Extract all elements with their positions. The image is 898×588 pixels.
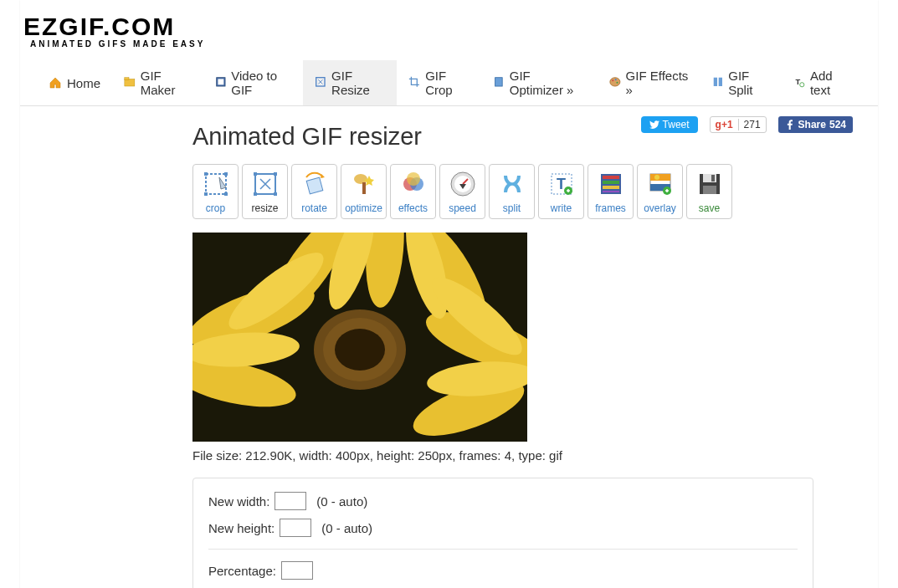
nav-gif-crop[interactable]: GIF Crop: [397, 60, 481, 105]
tool-crop[interactable]: crop: [192, 164, 239, 219]
tool-label: split: [503, 202, 521, 214]
tool-rotate[interactable]: rotate: [291, 164, 337, 219]
tool-overlay[interactable]: overlay: [637, 164, 683, 219]
split-tool-icon: [497, 169, 527, 199]
frames-tool-icon: [596, 169, 626, 199]
svg-rect-24: [306, 177, 323, 194]
svg-rect-0: [125, 79, 135, 87]
tool-write[interactable]: T write: [538, 164, 584, 219]
tool-split[interactable]: split: [489, 164, 535, 219]
effects-tool-icon: [398, 169, 428, 199]
split-icon: [712, 76, 724, 89]
optimizer-icon: [493, 76, 505, 89]
tool-label: write: [551, 202, 572, 214]
new-height-label: New height:: [208, 521, 275, 535]
text-icon: T: [793, 76, 805, 89]
fb-share-button[interactable]: Share 524: [778, 116, 853, 133]
tool-label: rotate: [301, 202, 327, 214]
tool-label: resize: [251, 202, 278, 214]
svg-point-66: [335, 329, 385, 371]
resize-form: New width: (0 - auto) New height: (0 - a…: [192, 478, 813, 588]
folder-icon: [124, 76, 136, 89]
tool-frames[interactable]: frames: [588, 164, 634, 219]
svg-rect-21: [274, 172, 277, 176]
nav-gif-optimizer[interactable]: GIF Optimizer »: [481, 60, 598, 105]
nav-add-text[interactable]: T Add text: [782, 60, 861, 105]
overlay-tool-icon: [645, 169, 675, 199]
tool-effects[interactable]: effects: [390, 164, 436, 219]
svg-point-9: [616, 82, 618, 84]
new-width-input[interactable]: [275, 492, 306, 510]
tool-label: overlay: [644, 202, 676, 214]
tool-label: effects: [398, 202, 428, 214]
tool-label: crop: [206, 202, 225, 214]
svg-point-13: [800, 83, 804, 87]
optimize-tool-icon: [349, 169, 379, 199]
image-preview: [192, 233, 527, 442]
svg-rect-11: [718, 78, 721, 86]
tweet-label: Tweet: [663, 119, 690, 130]
svg-rect-48: [703, 186, 716, 194]
twitter-icon: [649, 120, 659, 130]
svg-rect-17: [204, 192, 208, 196]
resize-tool-icon: [250, 169, 280, 199]
crop-tool-icon: [201, 169, 231, 199]
svg-point-29: [407, 172, 420, 186]
resize-icon: [315, 76, 326, 89]
svg-rect-26: [362, 182, 366, 194]
tool-speed[interactable]: speed: [439, 164, 485, 219]
svg-point-6: [610, 78, 620, 86]
nav-label: GIF Crop: [425, 69, 470, 97]
nav-label: Video to GIF: [231, 69, 291, 97]
site-logo[interactable]: EZGIF.COM: [23, 15, 878, 38]
tool-optimize[interactable]: optimize: [341, 164, 387, 219]
nav-label: Home: [67, 76, 100, 90]
nav-gif-maker[interactable]: GIF Maker: [112, 60, 203, 105]
tool-label: speed: [449, 202, 476, 214]
gplus-button[interactable]: g+1 271: [710, 116, 767, 133]
nav-label: GIF Resize: [331, 69, 385, 97]
gplus-count: 271: [738, 119, 761, 130]
tweet-button[interactable]: Tweet: [641, 116, 698, 133]
percentage-input[interactable]: [281, 561, 313, 580]
svg-rect-23: [274, 192, 277, 196]
nav-video-to-gif[interactable]: Video to GIF: [203, 60, 304, 105]
tool-label: save: [699, 202, 720, 214]
svg-rect-3: [218, 79, 223, 85]
svg-rect-20: [254, 172, 257, 176]
svg-point-8: [615, 79, 617, 81]
nav-label: GIF Optimizer »: [510, 69, 586, 97]
site-tagline: ANIMATED GIFS MADE EASY: [23, 39, 878, 49]
svg-rect-36: [603, 176, 619, 179]
tool-resize[interactable]: resize: [242, 164, 288, 219]
svg-point-42: [654, 175, 659, 180]
nav-gif-split[interactable]: GIF Split: [700, 60, 783, 105]
svg-point-7: [612, 79, 613, 81]
nav-home[interactable]: Home: [37, 60, 112, 105]
nav-gif-effects[interactable]: GIF Effects »: [598, 60, 700, 105]
svg-rect-41: [650, 174, 670, 181]
percentage-label: Percentage:: [208, 564, 276, 578]
nav-label: GIF Maker: [141, 69, 192, 97]
svg-rect-10: [713, 78, 716, 86]
film-icon: [215, 76, 227, 89]
fb-share-label: Share: [798, 119, 826, 130]
svg-rect-1: [125, 78, 129, 80]
crop-icon: [408, 76, 420, 89]
nav-label: GIF Split: [728, 69, 770, 97]
new-height-input[interactable]: [280, 519, 311, 537]
svg-rect-38: [603, 186, 619, 189]
write-tool-icon: T: [546, 169, 577, 199]
tool-label: optimize: [345, 202, 382, 214]
fb-share-count: 524: [829, 119, 846, 130]
auto-hint: (0 - auto): [316, 494, 367, 509]
tool-toolbar: crop resize rotate optimize: [192, 164, 878, 219]
nav-gif-resize[interactable]: GIF Resize: [303, 60, 397, 105]
tool-save[interactable]: save: [686, 164, 732, 219]
svg-rect-15: [204, 172, 208, 176]
svg-rect-16: [224, 172, 228, 176]
social-bar: Tweet g+1 271 Share 524: [641, 116, 853, 133]
tool-label: frames: [595, 202, 626, 214]
rotate-tool-icon: [300, 169, 330, 199]
auto-hint: (0 - auto): [321, 521, 372, 535]
